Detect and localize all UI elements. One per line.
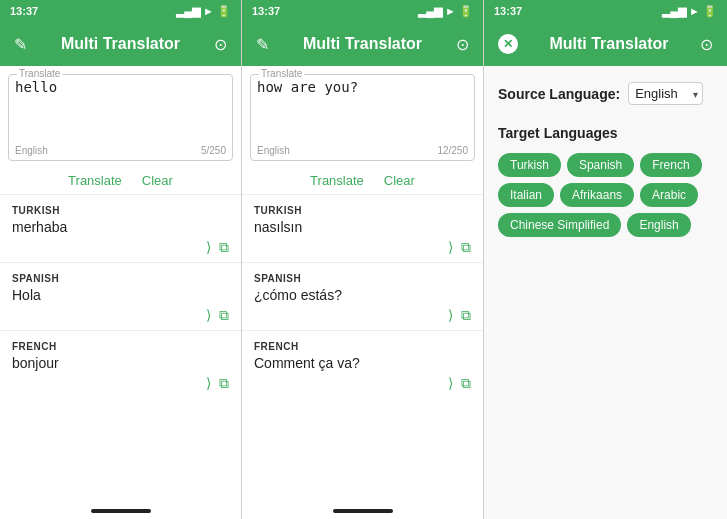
target-languages-title: Target Languages xyxy=(498,125,713,141)
settings-title: Multi Translator xyxy=(549,35,668,53)
translation-list-2: TURKISH nasılsın ⟩ ⧉ SPANISH ¿cómo estás… xyxy=(242,194,483,505)
close-button[interactable]: ✕ xyxy=(498,34,518,54)
translation-lang: TURKISH xyxy=(12,205,229,216)
share-icon[interactable]: ⟩ xyxy=(448,375,453,392)
lang-tag-chinese-simplified[interactable]: Chinese Simplified xyxy=(498,213,621,237)
translation-item: TURKISH merhaba ⟩ ⧉ xyxy=(0,194,241,262)
translation-actions: ⟩ ⧉ xyxy=(254,307,471,324)
copy-icon[interactable]: ⧉ xyxy=(219,239,229,256)
translation-text: ¿cómo estás? xyxy=(254,287,471,303)
translate-textarea-2[interactable]: how are you? xyxy=(257,79,468,139)
bottom-bar-2 xyxy=(333,509,393,513)
copy-icon[interactable]: ⧉ xyxy=(219,375,229,392)
status-icons-3: ▂▄▆ ► 🔋 xyxy=(662,5,717,18)
source-language-row: Source Language: English Turkish Spanish… xyxy=(498,82,713,105)
share-icon[interactable]: ⟩ xyxy=(448,239,453,256)
signal-icon-3: ▂▄▆ xyxy=(662,5,686,18)
translate-btn-2[interactable]: Translate xyxy=(310,173,364,188)
status-bar-2: 13:37 ▂▄▆ ► 🔋 xyxy=(242,0,483,22)
share-icon[interactable]: ⟩ xyxy=(448,307,453,324)
input-lang-2: English xyxy=(257,145,290,156)
translation-text: Hola xyxy=(12,287,229,303)
history-icon-3[interactable]: ⊙ xyxy=(700,35,713,54)
source-language-select[interactable]: English Turkish Spanish French xyxy=(628,82,703,105)
translation-actions: ⟩ ⧉ xyxy=(12,307,229,324)
translation-item: FRENCH bonjour ⟩ ⧉ xyxy=(0,330,241,398)
lang-tag-spanish[interactable]: Spanish xyxy=(567,153,634,177)
input-footer-1: English 5/250 xyxy=(15,145,226,156)
lang-tag-afrikaans[interactable]: Afrikaans xyxy=(560,183,634,207)
translation-lang: SPANISH xyxy=(254,273,471,284)
copy-icon[interactable]: ⧉ xyxy=(219,307,229,324)
translation-lang: FRENCH xyxy=(254,341,471,352)
source-language-select-wrapper: English Turkish Spanish French ▾ xyxy=(628,82,703,105)
translation-actions: ⟩ ⧉ xyxy=(254,375,471,392)
panel-2: 13:37 ▂▄▆ ► 🔋 ✎ Multi Translator ⊙ Trans… xyxy=(242,0,484,519)
bottom-bar-1 xyxy=(91,509,151,513)
edit-icon-2[interactable]: ✎ xyxy=(256,35,269,54)
lang-tag-french[interactable]: French xyxy=(640,153,701,177)
share-icon[interactable]: ⟩ xyxy=(206,239,211,256)
time-2: 13:37 xyxy=(252,5,280,17)
time-3: 13:37 xyxy=(494,5,522,17)
history-icon-1[interactable]: ⊙ xyxy=(214,35,227,54)
lang-tags-container: Turkish Spanish French Italian Afrikaans… xyxy=(498,153,713,237)
translate-input-area-2: Translate how are you? English 12/250 xyxy=(250,74,475,161)
input-counter-2: 12/250 xyxy=(437,145,468,156)
history-icon-2[interactable]: ⊙ xyxy=(456,35,469,54)
translation-text: bonjour xyxy=(12,355,229,371)
translation-text: merhaba xyxy=(12,219,229,235)
close-icon: ✕ xyxy=(503,38,513,50)
wifi-icon-1: ► xyxy=(203,5,214,17)
translation-lang: FRENCH xyxy=(12,341,229,352)
input-footer-2: English 12/250 xyxy=(257,145,468,156)
copy-icon[interactable]: ⧉ xyxy=(461,239,471,256)
action-row-2: Translate Clear xyxy=(242,169,483,194)
lang-tag-turkish[interactable]: Turkish xyxy=(498,153,561,177)
translation-list-1: TURKISH merhaba ⟩ ⧉ SPANISH Hola ⟩ ⧉ FRE… xyxy=(0,194,241,505)
translate-label-1: Translate xyxy=(17,68,62,79)
share-icon[interactable]: ⟩ xyxy=(206,375,211,392)
translation-item: FRENCH Comment ça va? ⟩ ⧉ xyxy=(242,330,483,398)
translation-actions: ⟩ ⧉ xyxy=(12,239,229,256)
translation-actions: ⟩ ⧉ xyxy=(12,375,229,392)
clear-btn-1[interactable]: Clear xyxy=(142,173,173,188)
input-counter-1: 5/250 xyxy=(201,145,226,156)
translation-lang: SPANISH xyxy=(12,273,229,284)
wifi-icon-2: ► xyxy=(445,5,456,17)
edit-icon-1[interactable]: ✎ xyxy=(14,35,27,54)
status-icons-1: ▂▄▆ ► 🔋 xyxy=(176,5,231,18)
translation-text: Comment ça va? xyxy=(254,355,471,371)
settings-panel: 13:37 ▂▄▆ ► 🔋 ✕ Multi Translator ⊙ Sourc… xyxy=(484,0,727,519)
header-title-1: Multi Translator xyxy=(61,35,180,53)
panel-1: 13:37 ▂▄▆ ► 🔋 ✎ Multi Translator ⊙ Trans… xyxy=(0,0,242,519)
lang-tag-arabic[interactable]: Arabic xyxy=(640,183,698,207)
settings-header: ✕ Multi Translator ⊙ xyxy=(484,22,727,66)
header-title-2: Multi Translator xyxy=(303,35,422,53)
battery-icon-1: 🔋 xyxy=(217,5,231,18)
status-icons-2: ▂▄▆ ► 🔋 xyxy=(418,5,473,18)
clear-btn-2[interactable]: Clear xyxy=(384,173,415,188)
action-row-1: Translate Clear xyxy=(0,169,241,194)
time-1: 13:37 xyxy=(10,5,38,17)
translate-btn-1[interactable]: Translate xyxy=(68,173,122,188)
translate-textarea-1[interactable]: hello xyxy=(15,79,226,139)
lang-tag-english[interactable]: English xyxy=(627,213,690,237)
translation-actions: ⟩ ⧉ xyxy=(254,239,471,256)
status-bar-1: 13:37 ▂▄▆ ► 🔋 xyxy=(0,0,241,22)
translation-item: TURKISH nasılsın ⟩ ⧉ xyxy=(242,194,483,262)
translation-item: SPANISH Hola ⟩ ⧉ xyxy=(0,262,241,330)
signal-icon-2: ▂▄▆ xyxy=(418,5,442,18)
copy-icon[interactable]: ⧉ xyxy=(461,307,471,324)
translate-input-area-1: Translate hello English 5/250 xyxy=(8,74,233,161)
share-icon[interactable]: ⟩ xyxy=(206,307,211,324)
input-lang-1: English xyxy=(15,145,48,156)
settings-body: Source Language: English Turkish Spanish… xyxy=(484,66,727,519)
translate-label-2: Translate xyxy=(259,68,304,79)
source-language-label: Source Language: xyxy=(498,86,620,102)
battery-icon-2: 🔋 xyxy=(459,5,473,18)
signal-icon-1: ▂▄▆ xyxy=(176,5,200,18)
header-2: ✎ Multi Translator ⊙ xyxy=(242,22,483,66)
lang-tag-italian[interactable]: Italian xyxy=(498,183,554,207)
copy-icon[interactable]: ⧉ xyxy=(461,375,471,392)
